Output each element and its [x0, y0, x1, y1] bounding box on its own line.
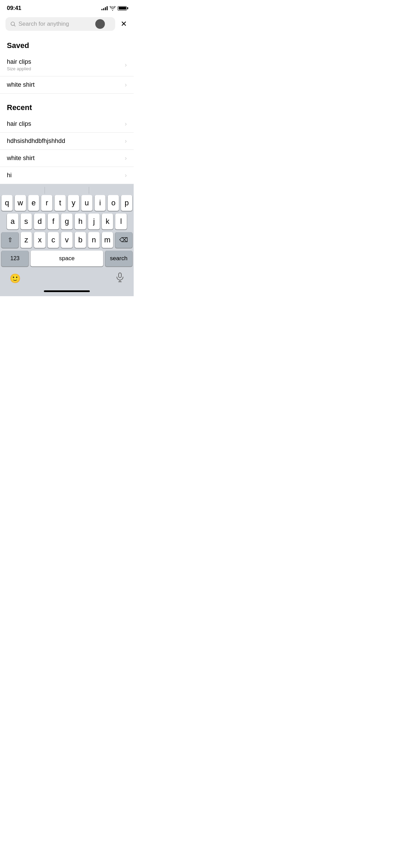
recent-item-2-title: white shirt — [7, 155, 35, 162]
key-i[interactable]: i — [95, 195, 106, 211]
recent-item-1-title: hdhsishdhdbfhjshhdd — [7, 137, 65, 145]
chevron-icon: › — [125, 120, 127, 128]
keyboard-row-1: q w e r t y u i o p — [0, 195, 134, 214]
content-area: Saved hair clips Size applied › white sh… — [0, 34, 134, 184]
search-icon — [10, 21, 16, 27]
delete-key[interactable]: ⌫ — [115, 232, 132, 248]
recent-section-title: Recent — [0, 102, 134, 116]
key-t[interactable]: t — [54, 195, 66, 211]
recent-item-0-title: hair clips — [7, 120, 31, 128]
recent-item-0[interactable]: hair clips › — [0, 116, 134, 133]
key-r[interactable]: r — [41, 195, 52, 211]
key-y[interactable]: y — [68, 195, 79, 211]
key-c[interactable]: c — [48, 232, 59, 248]
keyboard-handles — [0, 184, 134, 195]
saved-section-title: Saved — [0, 40, 134, 53]
key-v[interactable]: v — [61, 232, 72, 248]
status-bar: 09:41 — [0, 0, 134, 14]
saved-item-0-sub: Size applied — [7, 66, 31, 71]
status-icons — [101, 6, 127, 11]
recent-item-2[interactable]: white shirt › — [0, 150, 134, 167]
battery-icon — [118, 6, 127, 11]
key-a[interactable]: a — [7, 214, 19, 229]
svg-rect-2 — [119, 273, 121, 278]
microphone-icon[interactable] — [116, 273, 124, 284]
key-n[interactable]: n — [88, 232, 99, 248]
key-q[interactable]: q — [1, 195, 13, 211]
key-u[interactable]: u — [81, 195, 93, 211]
key-m[interactable]: m — [102, 232, 113, 248]
key-f[interactable]: f — [48, 214, 59, 229]
key-e[interactable]: e — [28, 195, 39, 211]
numbers-key[interactable]: 123 — [1, 251, 28, 266]
chevron-icon: › — [125, 137, 127, 145]
shift-key[interactable]: ⇧ — [1, 232, 19, 248]
chevron-icon: › — [125, 61, 127, 69]
key-p[interactable]: p — [121, 195, 132, 211]
key-k[interactable]: k — [102, 214, 113, 229]
key-l[interactable]: l — [115, 214, 127, 229]
home-indicator — [0, 288, 134, 296]
search-key[interactable]: search — [105, 251, 132, 266]
signal-icon — [101, 6, 108, 10]
emoji-icon[interactable]: 🙂 — [10, 273, 21, 284]
chevron-icon: › — [125, 81, 127, 88]
keyboard-row-3: ⇧ z x c v b n m ⌫ — [0, 232, 134, 251]
search-bar-row: Search for anything ✕ — [0, 14, 134, 34]
status-time: 09:41 — [7, 5, 21, 12]
key-d[interactable]: d — [34, 214, 46, 229]
home-bar — [44, 290, 90, 292]
search-bar[interactable]: Search for anything — [5, 17, 115, 31]
close-button[interactable]: ✕ — [119, 18, 128, 30]
wifi-icon — [110, 6, 116, 11]
recent-item-1[interactable]: hdhsishdhdbfhjshhdd › — [0, 133, 134, 150]
key-z[interactable]: z — [21, 232, 32, 248]
recent-item-3-title: hi — [7, 172, 12, 179]
key-g[interactable]: g — [61, 214, 73, 229]
keyboard-bottom-icons: 🙂 — [0, 269, 134, 288]
key-j[interactable]: j — [88, 214, 100, 229]
key-o[interactable]: o — [108, 195, 119, 211]
key-w[interactable]: w — [15, 195, 26, 211]
svg-line-1 — [14, 25, 15, 26]
keyboard-row-bottom: 123 space search — [0, 251, 134, 269]
key-h[interactable]: h — [75, 214, 86, 229]
key-s[interactable]: s — [21, 214, 32, 229]
key-b[interactable]: b — [75, 232, 86, 248]
recent-item-3[interactable]: hi › — [0, 167, 134, 184]
saved-item-0[interactable]: hair clips Size applied › — [0, 53, 134, 76]
saved-item-0-title: hair clips — [7, 58, 31, 65]
keyboard-row-2: a s d f g h j k l — [0, 214, 134, 232]
chevron-icon: › — [125, 155, 127, 162]
chevron-icon: › — [125, 172, 127, 179]
keyboard: q w e r t y u i o p a s d f g h j k l ⇧ … — [0, 184, 134, 296]
spacer — [0, 94, 134, 102]
saved-item-1[interactable]: white shirt › — [0, 76, 134, 94]
space-key[interactable]: space — [31, 251, 103, 266]
cursor-indicator — [95, 19, 105, 29]
key-x[interactable]: x — [34, 232, 45, 248]
saved-item-1-title: white shirt — [7, 81, 35, 88]
